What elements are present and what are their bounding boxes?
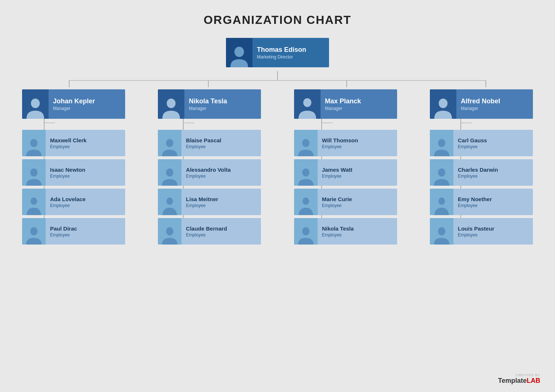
emp-silhouette-1-1 [161, 167, 178, 186]
employees-1: Blaise Pascal Employee Alessandro Volta … [158, 130, 261, 245]
svg-point-42 [303, 197, 309, 205]
emp-silhouette-3-1 [433, 167, 450, 186]
watermark-brand-text: Template [498, 377, 527, 384]
emp-info-1-2: Lisa Meitner Employee [181, 193, 223, 211]
emp-role-2-0: Employee [322, 144, 358, 149]
svg-point-44 [439, 99, 448, 108]
emp-role-1-3: Employee [186, 232, 227, 238]
manager-avatar-3 [430, 89, 456, 119]
emp-avatar-1-2 [158, 189, 181, 215]
top-name: Thomas Edison [257, 46, 306, 54]
emp-info-0-0: Maxwell Clerk Employee [46, 134, 91, 152]
manager-role-1: Manager [189, 106, 227, 111]
emp-info-0-2: Ada Lovelace Employee [46, 193, 90, 211]
emp-silhouette-1-3 [161, 225, 178, 245]
emp-avatar-0-0 [22, 130, 46, 156]
emp-silhouette-0-2 [25, 196, 42, 215]
emp-info-0-3: Paul Dirac Employee [46, 222, 81, 240]
emp-role-0-0: Employee [50, 144, 86, 149]
svg-point-34 [167, 99, 176, 108]
employee-card-2-2: Marie Curie Employee [294, 189, 397, 215]
emp-role-3-3: Employee [458, 232, 494, 238]
top-card: Thomas Edison Marketing Director [226, 38, 329, 67]
employee-card-0-1: Isaac Newton Employee [22, 159, 125, 186]
emp-role-1-0: Employee [186, 144, 221, 149]
watermark-brand-highlight: LAB [527, 377, 540, 384]
branch-0: Johan Kepler Manager Maxwell Clerk Emplo… [15, 89, 132, 245]
svg-point-41 [302, 168, 310, 177]
emp-info-2-2: Marie Curie Employee [318, 193, 357, 211]
emp-name-2-3: Nikola Tesla [322, 225, 354, 232]
emp-avatar-0-3 [22, 218, 46, 245]
emp-role-3-1: Employee [458, 174, 498, 179]
emp-avatar-2-2 [294, 189, 318, 215]
employees-3: Carl Gauss Employee Charles Darwin Emplo… [430, 130, 533, 245]
emp-info-1-0: Blaise Pascal Employee [181, 134, 226, 152]
top-role: Marketing Director [257, 54, 306, 60]
manager-silhouette-3 [434, 97, 453, 119]
svg-point-39 [303, 98, 311, 107]
emp-silhouette-1-2 [161, 196, 178, 215]
employee-card-3-3: Louis Pasteur Employee [430, 218, 533, 245]
svg-point-35 [166, 139, 173, 147]
svg-point-46 [438, 168, 445, 177]
manager-info-1: Nikola Tesla Manager [184, 95, 231, 114]
employee-card-0-3: Paul Dirac Employee [22, 218, 125, 245]
manager-silhouette-0 [26, 97, 45, 119]
emp-name-1-1: Alessandro Volta [186, 167, 230, 173]
manager-card-0: Johan Kepler Manager [22, 89, 125, 119]
emp-role-0-1: Employee [50, 174, 85, 179]
svg-point-31 [29, 208, 33, 210]
svg-point-37 [166, 197, 173, 205]
employee-card-2-0: Will Thomson Employee [294, 130, 397, 156]
emp-avatar-1-3 [158, 218, 181, 245]
emp-role-3-0: Employee [458, 144, 487, 149]
emp-silhouette-3-2 [433, 196, 450, 215]
svg-point-28 [30, 139, 38, 147]
emp-name-3-0: Carl Gauss [458, 137, 487, 143]
svg-point-32 [35, 208, 38, 210]
branch-3: Alfred Nobel Manager Carl Gauss Employee [423, 89, 540, 245]
emp-info-2-3: Nikola Tesla Employee [318, 222, 358, 240]
svg-point-43 [302, 227, 310, 235]
employees-2: Will Thomson Employee James Watt Employe… [294, 130, 397, 245]
manager-card-3: Alfred Nobel Manager [430, 89, 533, 119]
top-avatar [226, 38, 252, 67]
manager-role-2: Manager [325, 106, 361, 111]
svg-point-38 [166, 227, 173, 235]
emp-silhouette-3-3 [433, 225, 450, 245]
emp-name-2-1: James Watt [322, 167, 353, 173]
employee-card-1-3: Claude Bernard Employee [158, 218, 261, 245]
manager-card-2: Max Planck Manager [294, 89, 397, 119]
manager-name-3: Alfred Nobel [461, 97, 500, 105]
emp-role-3-2: Employee [458, 203, 492, 208]
emp-avatar-2-1 [294, 159, 318, 186]
emp-info-1-1: Alessandro Volta Employee [181, 164, 235, 182]
emp-role-2-2: Employee [322, 203, 352, 208]
manager-name-2: Max Planck [325, 97, 361, 105]
svg-point-40 [302, 139, 310, 147]
employees-0: Maxwell Clerk Employee Isaac Newton Empl… [22, 130, 125, 245]
emp-name-0-2: Ada Lovelace [50, 196, 86, 202]
emp-avatar-0-1 [22, 159, 46, 186]
emp-role-1-1: Employee [186, 174, 230, 179]
emp-role-0-3: Employee [50, 232, 77, 238]
employee-card-2-1: James Watt Employee [294, 159, 397, 186]
manager-avatar-0 [22, 89, 49, 119]
svg-point-26 [234, 47, 244, 57]
emp-info-2-1: James Watt Employee [318, 164, 357, 182]
emp-info-3-3: Louis Pasteur Employee [453, 222, 499, 240]
page-title: ORGANIZATION CHART [0, 0, 555, 27]
emp-avatar-3-0 [430, 130, 453, 156]
manager-name-1: Nikola Tesla [189, 97, 227, 105]
emp-avatar-3-1 [430, 159, 453, 186]
employee-card-3-2: Emy Noether Employee [430, 189, 533, 215]
manager-card-1: Nikola Tesla Manager [158, 89, 261, 119]
svg-point-29 [30, 168, 38, 177]
emp-role-2-1: Employee [322, 174, 353, 179]
top-info: Thomas Edison Marketing Director [252, 43, 311, 63]
emp-name-1-0: Blaise Pascal [186, 137, 221, 143]
emp-name-2-0: Will Thomson [322, 137, 358, 143]
svg-point-30 [31, 197, 37, 205]
manager-info-0: Johan Kepler Manager [49, 95, 99, 114]
